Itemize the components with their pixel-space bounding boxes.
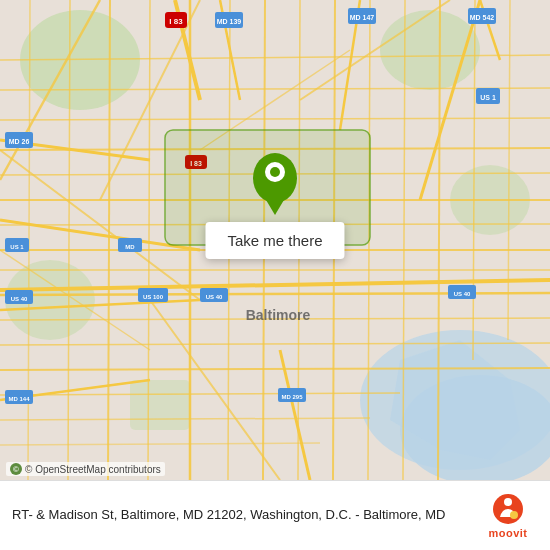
osm-attribution: © © OpenStreetMap contributors: [6, 462, 165, 476]
svg-text:US 40: US 40: [11, 296, 28, 302]
svg-text:US 1: US 1: [480, 94, 496, 101]
address-text: RT- & Madison St, Baltimore, MD 21202, W…: [12, 506, 468, 524]
svg-text:MD: MD: [125, 244, 135, 250]
info-bar: RT- & Madison St, Baltimore, MD 21202, W…: [0, 480, 550, 550]
moovit-logo: moovit: [478, 493, 538, 539]
svg-text:Baltimore: Baltimore: [246, 307, 311, 323]
address-info: RT- & Madison St, Baltimore, MD 21202, W…: [12, 506, 468, 524]
osm-text: © OpenStreetMap contributors: [25, 464, 161, 475]
svg-text:US 40: US 40: [454, 291, 471, 297]
take-me-there-button[interactable]: Take me there: [205, 222, 344, 259]
svg-rect-8: [130, 380, 190, 430]
svg-text:MD 144: MD 144: [8, 396, 30, 402]
osm-icon: ©: [10, 463, 22, 475]
svg-text:US 1: US 1: [10, 244, 24, 250]
map-container: I 83 MD 139 MD 542 MD 147 US 1 MD 26 I 8…: [0, 0, 550, 480]
svg-text:MD 295: MD 295: [281, 394, 303, 400]
svg-text:US 40: US 40: [206, 294, 223, 300]
svg-text:MD 147: MD 147: [350, 14, 375, 21]
svg-text:MD 26: MD 26: [9, 138, 30, 145]
svg-point-94: [510, 511, 518, 519]
svg-text:MD 139: MD 139: [217, 18, 242, 25]
svg-point-93: [504, 498, 512, 506]
moovit-icon: [492, 493, 524, 525]
svg-text:I 83: I 83: [169, 17, 183, 26]
moovit-label: moovit: [488, 527, 527, 539]
svg-point-91: [270, 167, 280, 177]
svg-text:US 100: US 100: [143, 294, 164, 300]
svg-text:MD 542: MD 542: [470, 14, 495, 21]
